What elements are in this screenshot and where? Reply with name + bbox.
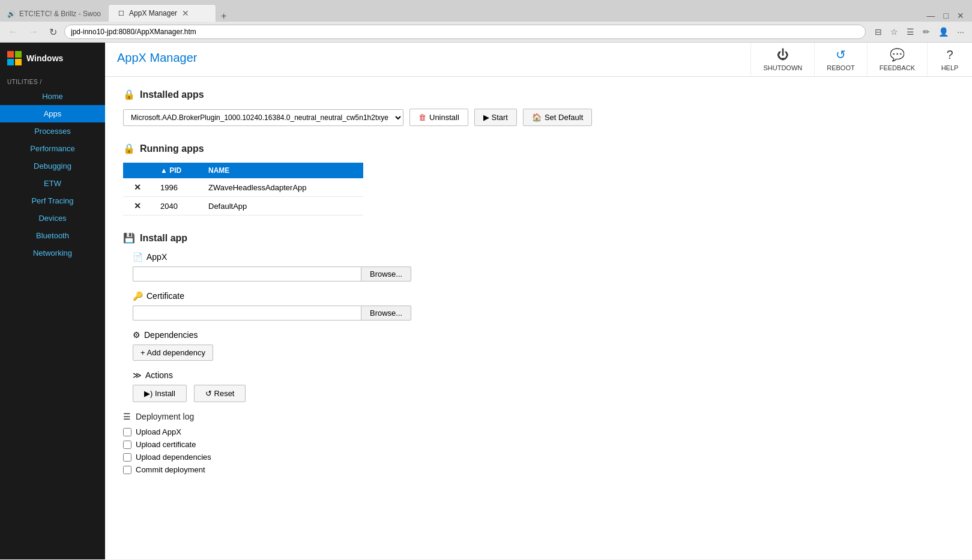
pid-cell-2: 2040 — [153, 197, 201, 215]
certificate-icon: 🔑 — [133, 291, 143, 301]
sidebar-item-networking[interactable]: Networking — [0, 244, 105, 262]
appx-file-input[interactable] — [133, 266, 361, 282]
commit-deploy-checkbox[interactable] — [123, 466, 131, 474]
start-button[interactable]: ▶ Start — [474, 109, 517, 126]
certificate-header: 🔑 Certificate — [133, 291, 954, 301]
shutdown-icon: ⏻ — [777, 48, 789, 62]
reboot-button[interactable]: ↺ REBOOT — [814, 43, 866, 76]
trash-icon: 🗑 — [418, 113, 426, 122]
reboot-label: REBOOT — [827, 64, 854, 71]
shutdown-button[interactable]: ⏻ SHUTDOWN — [750, 43, 814, 76]
certificate-file-input[interactable] — [133, 306, 361, 321]
upload-cert-row: Upload certificate — [123, 440, 954, 449]
table-row: ✕ 2040 DefaultApp — [123, 197, 363, 215]
appx-icon: 📄 — [133, 252, 143, 262]
tab-bar: 🔊 ETC!ETC! & Brillz - Swoo ☐ AppX Manage… — [0, 0, 972, 22]
appx-browse-button[interactable]: Browse... — [361, 266, 411, 282]
feedback-button[interactable]: 💬 FEEDBACK — [867, 43, 927, 76]
sidebar-item-processes[interactable]: Processes — [0, 122, 105, 140]
forward-button[interactable]: → — [25, 25, 42, 38]
upload-cert-label: Upload certificate — [136, 440, 196, 449]
reset-button[interactable]: ↺ Reset — [194, 385, 246, 402]
running-apps-table: ▲ PID NAME ✕ 1996 ZWaveHeadlessAdapterAp… — [123, 163, 363, 215]
commit-deploy-label: Commit deployment — [136, 465, 205, 474]
lock-icon: 🔒 — [123, 89, 135, 100]
sidebar-logo: Windows — [0, 43, 105, 74]
certificate-file-row: Browse... — [133, 306, 954, 321]
window-close-button[interactable]: ✕ — [954, 10, 967, 22]
favorites-icon[interactable]: ☆ — [887, 26, 901, 38]
home-icon: 🏠 — [532, 113, 542, 122]
help-icon: ? — [946, 48, 953, 62]
reader-view-icon[interactable]: ⊟ — [872, 26, 885, 38]
deployment-log-header: ☰ Deployment log — [123, 412, 954, 421]
address-input[interactable] — [64, 25, 866, 39]
sidebar-item-home[interactable]: Home — [0, 88, 105, 105]
uninstall-button[interactable]: 🗑 Uninstall — [409, 109, 468, 126]
sidebar-item-debugging[interactable]: Debugging — [0, 157, 105, 175]
sidebar-item-performance[interactable]: Performance — [0, 140, 105, 157]
upload-deps-checkbox[interactable] — [123, 453, 131, 462]
installed-apps-header: 🔒 Installed apps — [123, 89, 954, 100]
main-content: 🔒 Installed apps Microsoft.AAD.BrokerPlu… — [105, 77, 972, 559]
close-icon[interactable]: ✕ — [182, 8, 189, 18]
col-kill — [123, 163, 153, 178]
running-icon: 🔒 — [123, 143, 135, 154]
tab-active[interactable]: ☐ AppX Manager ✕ — [108, 4, 216, 22]
installed-apps-row: Microsoft.AAD.BrokerPlugin_1000.10240.16… — [123, 109, 954, 126]
sidebar-item-devices[interactable]: Devices — [0, 209, 105, 227]
new-tab-button[interactable]: + — [216, 11, 231, 22]
certificate-browse-button[interactable]: Browse... — [361, 306, 411, 321]
help-label: HELP — [941, 64, 959, 71]
sidebar-item-bluetooth[interactable]: Bluetooth — [0, 227, 105, 244]
back-button[interactable]: ← — [5, 25, 22, 38]
pid-cell-1: 1996 — [153, 178, 201, 197]
sidebar-item-etw[interactable]: ETW — [0, 175, 105, 192]
install-app-header: 💾 Install app — [123, 232, 954, 244]
name-cell-2: DefaultApp — [201, 197, 363, 215]
pid-sort-arrow: ▲ — [160, 166, 169, 175]
minimize-button[interactable]: — — [924, 10, 938, 22]
feedback-icon: 💬 — [890, 47, 905, 62]
installed-apps-section: 🔒 Installed apps Microsoft.AAD.BrokerPlu… — [123, 89, 954, 126]
install-button[interactable]: ▶) Install — [133, 385, 187, 402]
share-icon[interactable]: 👤 — [935, 26, 952, 38]
col-name: NAME — [201, 163, 363, 178]
appx-label: AppX — [146, 252, 167, 262]
sidebar-section-label: UTILITIES / — [0, 74, 105, 88]
maximize-button[interactable]: □ — [941, 10, 952, 22]
upload-deps-row: Upload dependencies — [123, 453, 954, 462]
kill-button-1[interactable]: ✕ — [130, 181, 145, 193]
win-sq-1 — [7, 51, 14, 58]
certificate-subsection: 🔑 Certificate Browse... — [133, 291, 954, 321]
deployment-log-label: Deployment log — [136, 412, 194, 421]
install-app-title: Install app — [140, 233, 187, 244]
deployment-log-icon: ☰ — [123, 412, 131, 421]
col-pid[interactable]: ▲ PID — [153, 163, 201, 178]
set-default-button[interactable]: 🏠 Set Default — [523, 109, 592, 126]
hub-icon[interactable]: ☰ — [904, 26, 917, 38]
kill-button-2[interactable]: ✕ — [130, 200, 145, 212]
kill-cell-2: ✕ — [123, 197, 153, 215]
sidebar-item-apps[interactable]: Apps — [0, 105, 105, 122]
add-dependency-button[interactable]: + Add dependency — [133, 345, 213, 361]
app-container: Windows UTILITIES / Home Apps Processes … — [0, 43, 972, 559]
dependencies-label: Dependencies — [144, 330, 198, 340]
win-sq-4 — [15, 59, 22, 65]
sidebar-item-perf-tracing[interactable]: Perf Tracing — [0, 192, 105, 209]
refresh-button[interactable]: ↻ — [46, 25, 61, 39]
commit-deploy-row: Commit deployment — [123, 465, 954, 474]
address-bar: ← → ↻ ⊟ ☆ ☰ ✏ 👤 ··· — [0, 22, 972, 42]
upload-cert-checkbox[interactable] — [123, 441, 131, 449]
kill-cell-1: ✕ — [123, 178, 153, 197]
more-icon[interactable]: ··· — [954, 26, 967, 38]
actions-label: Actions — [145, 370, 173, 380]
tab-inactive[interactable]: 🔊 ETC!ETC! & Brillz - Swoo — [0, 6, 108, 22]
notes-icon[interactable]: ✏ — [920, 26, 933, 38]
help-button[interactable]: ? HELP — [927, 43, 972, 76]
install-app-section: 💾 Install app 📄 AppX Browse... — [123, 232, 954, 474]
name-cell-1: ZWaveHeadlessAdapterApp — [201, 178, 363, 197]
app-select[interactable]: Microsoft.AAD.BrokerPlugin_1000.10240.16… — [123, 109, 403, 126]
upload-appx-checkbox[interactable] — [123, 428, 131, 436]
feedback-label: FEEDBACK — [880, 64, 915, 71]
